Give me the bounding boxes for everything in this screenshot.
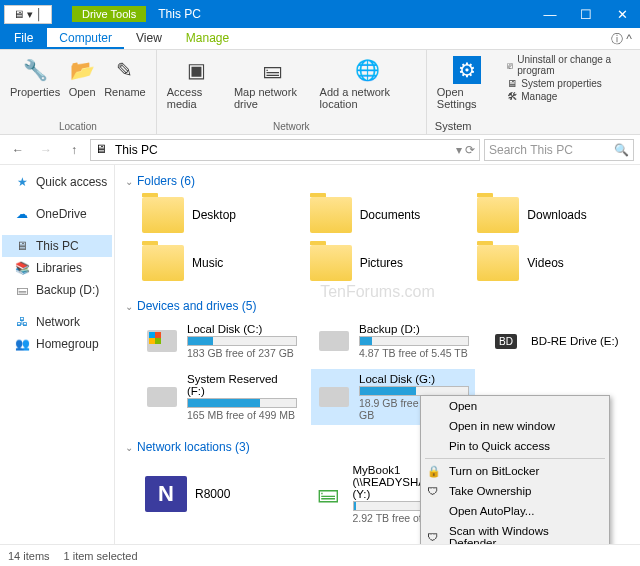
maximize-button[interactable]: ☐ [568, 0, 604, 28]
folder-icon [477, 245, 519, 281]
drive-item[interactable]: BDBD-RE Drive (E:) [483, 319, 634, 363]
folder-icon [310, 197, 352, 233]
folder-pictures[interactable]: Pictures [307, 242, 467, 284]
menu-item-scan-with-windows-defender-[interactable]: 🛡Scan with Windows Defender... [421, 521, 609, 544]
settings-icon: ⚙ [453, 56, 481, 84]
menu-icon: 🛡 [427, 485, 441, 497]
ribbon-group-network: ▣Access media 🖴Map network drive 🌐Add a … [157, 50, 427, 134]
netdrive-icon: 🖴 [311, 482, 345, 506]
refresh-icon[interactable]: ▾ ⟳ [456, 143, 475, 157]
folders-header[interactable]: ⌄Folders (6) [125, 171, 634, 194]
manage-button[interactable]: 🛠 Manage [507, 91, 632, 102]
ribbon-group-location: 🔧Properties 📂Open ✎Rename Location [0, 50, 157, 134]
folder-icon [142, 245, 184, 281]
chevron-down-icon: ⌄ [125, 301, 133, 312]
sidebar-icon: 📚 [14, 260, 30, 276]
drive-icon [317, 385, 351, 409]
drive-item[interactable]: Local Disk (C:)183 GB free of 237 GB [139, 319, 303, 363]
add-location-icon: 🌐 [354, 56, 382, 84]
map-drive-icon: 🖴 [259, 56, 287, 84]
menu-icon: 🛡 [427, 531, 441, 543]
open-settings-button[interactable]: ⚙Open Settings [435, 54, 499, 112]
media-icon: ▣ [182, 56, 210, 84]
access-media-button[interactable]: ▣Access media [165, 54, 228, 112]
item-count: 14 items [8, 550, 50, 562]
drive-icon [145, 385, 179, 409]
sidebar-icon: 🖥 [14, 238, 30, 254]
uninstall-button[interactable]: ⎚ Uninstall or change a program [507, 54, 632, 76]
sidebar-item-backup-d-[interactable]: 🖴Backup (D:) [2, 279, 112, 301]
menu-item-open-in-new-window[interactable]: Open in new window [421, 416, 609, 436]
back-button[interactable]: ← [6, 138, 30, 162]
ribbon-collapse-icon[interactable]: ⓘ ^ [603, 28, 640, 49]
search-box[interactable]: Search This PC 🔍 [484, 139, 634, 161]
search-icon: 🔍 [614, 143, 629, 157]
minimize-button[interactable]: — [532, 0, 568, 28]
address-bar[interactable]: 🖥 This PC ▾ ⟳ [90, 139, 480, 161]
folder-downloads[interactable]: Downloads [474, 194, 634, 236]
menu-item-take-ownership[interactable]: 🛡Take Ownership [421, 481, 609, 501]
open-icon: 📂 [68, 56, 96, 84]
map-drive-button[interactable]: 🖴Map network drive [232, 54, 314, 112]
tab-file[interactable]: File [0, 28, 47, 49]
chevron-down-icon: ⌄ [125, 442, 133, 453]
drive-icon: BD [489, 329, 523, 353]
system-properties-button[interactable]: 🖥 System properties [507, 78, 632, 89]
open-button[interactable]: 📂Open [66, 54, 98, 100]
context-menu: Click on OpenOpen in new windowPin to Qu… [420, 395, 610, 544]
sidebar-item-this-pc[interactable]: 🖥This PC [2, 235, 112, 257]
sidebar-item-quick-access[interactable]: ★Quick access [2, 171, 112, 193]
drive-item[interactable]: Backup (D:)4.87 TB free of 5.45 TB [311, 319, 475, 363]
app-icon: N [145, 476, 187, 512]
sidebar-icon: 🖧 [14, 314, 30, 330]
menu-item-open[interactable]: Open [421, 396, 609, 416]
ribbon-tabs: File Computer View Manage ⓘ ^ [0, 28, 640, 50]
address-path: This PC [115, 143, 158, 157]
menu-icon: 🔒 [427, 465, 441, 478]
folder-documents[interactable]: Documents [307, 194, 467, 236]
tab-view[interactable]: View [124, 28, 174, 49]
folder-icon [477, 197, 519, 233]
status-bar: 14 items 1 item selected [0, 544, 640, 566]
ribbon-context-tab[interactable]: Drive Tools [72, 6, 146, 22]
properties-button[interactable]: 🔧Properties [8, 54, 62, 100]
up-button[interactable]: ↑ [62, 138, 86, 162]
drive-item[interactable]: System Reserved (F:)165 MB free of 499 M… [139, 369, 303, 425]
sidebar-item-network[interactable]: 🖧Network [2, 311, 112, 333]
folder-icon [142, 197, 184, 233]
sidebar-icon: ☁ [14, 206, 30, 222]
tab-manage[interactable]: Manage [174, 28, 241, 49]
forward-button[interactable]: → [34, 138, 58, 162]
ribbon: 🔧Properties 📂Open ✎Rename Location ▣Acce… [0, 50, 640, 135]
menu-item-turn-on-bitlocker[interactable]: 🔒Turn on BitLocker [421, 461, 609, 481]
properties-icon: 🔧 [21, 56, 49, 84]
sidebar-item-homegroup[interactable]: 👥Homegroup [2, 333, 112, 355]
sidebar-icon: 🖴 [14, 282, 30, 298]
chevron-down-icon: ⌄ [125, 176, 133, 187]
tab-computer[interactable]: Computer [47, 28, 124, 49]
network-item[interactable]: NR8000 [139, 460, 297, 528]
folder-videos[interactable]: Videos [474, 242, 634, 284]
folder-desktop[interactable]: Desktop [139, 194, 299, 236]
menu-item-open-autoplay-[interactable]: Open AutoPlay... [421, 501, 609, 521]
drive-icon [317, 329, 351, 353]
add-location-button[interactable]: 🌐Add a network location [318, 54, 418, 112]
sidebar-item-onedrive[interactable]: ☁OneDrive [2, 203, 112, 225]
drives-header[interactable]: ⌄Devices and drives (5) [125, 296, 634, 319]
menu-item-pin-to-quick-access[interactable]: Pin to Quick access [421, 436, 609, 456]
folder-icon [310, 245, 352, 281]
sidebar-item-libraries[interactable]: 📚Libraries [2, 257, 112, 279]
titlebar: 🖥 ▾ │ Drive Tools This PC — ☐ ✕ [0, 0, 640, 28]
rename-button[interactable]: ✎Rename [102, 54, 148, 100]
close-button[interactable]: ✕ [604, 0, 640, 28]
sidebar-icon: 👥 [14, 336, 30, 352]
quick-access-toolbar[interactable]: 🖥 ▾ │ [4, 5, 52, 24]
nav-sidebar: ★Quick access☁OneDrive🖥This PC📚Libraries… [0, 165, 115, 544]
window-title: This PC [158, 7, 201, 21]
selection-count: 1 item selected [64, 550, 138, 562]
content-pane: TenForums.com ⌄Folders (6) DesktopDocume… [115, 165, 640, 544]
explorer-window: 🖥 ▾ │ Drive Tools This PC — ☐ ✕ File Com… [0, 0, 640, 566]
pc-icon: 🖥 [95, 142, 111, 158]
rename-icon: ✎ [111, 56, 139, 84]
folder-music[interactable]: Music [139, 242, 299, 284]
